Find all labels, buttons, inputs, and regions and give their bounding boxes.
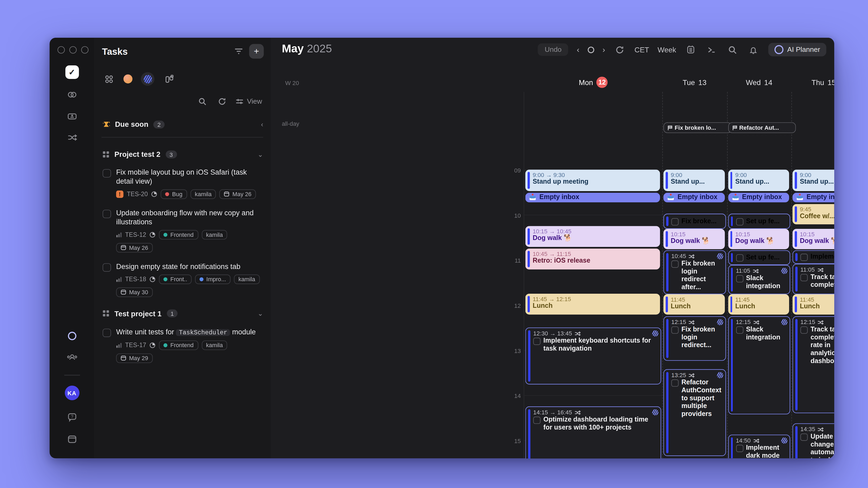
board-kanban-icon[interactable]: [163, 73, 176, 85]
event-checkbox[interactable]: [736, 218, 743, 225]
calendar-event[interactable]: 9:45Coffee w/...: [793, 204, 834, 224]
assignee-tag[interactable]: kamila: [190, 189, 216, 199]
workspace-avatar-orange[interactable]: [123, 74, 132, 84]
label-tag[interactable]: Impro...: [195, 275, 230, 284]
minimize-window-icon[interactable]: [69, 46, 77, 54]
calendar-event[interactable]: 10:45 → 11:15Retro: iOS release: [525, 248, 660, 269]
event-checkbox[interactable]: [801, 253, 808, 261]
event-checkbox[interactable]: [801, 433, 808, 441]
undo-button[interactable]: Undo: [538, 43, 568, 56]
calendar-event[interactable]: 10:15Dog walk 🐕: [663, 229, 724, 249]
assignee-tag[interactable]: kamila: [202, 230, 227, 240]
task-event[interactable]: 14:15 → 16:45Optimize dashboard loading …: [525, 406, 661, 458]
calendar-app-icon[interactable]: [65, 432, 79, 447]
task-event[interactable]: Impleme...: [793, 250, 834, 264]
event-checkbox[interactable]: [736, 275, 743, 282]
ai-planner-button[interactable]: AI Planner: [768, 43, 826, 56]
chevron-down-icon[interactable]: ⌄: [257, 310, 263, 317]
integrations-link-icon[interactable]: [65, 87, 79, 102]
add-task-button[interactable]: +: [249, 44, 264, 59]
chevron-down-icon[interactable]: ⌄: [257, 150, 263, 158]
zoom-window-icon[interactable]: [81, 46, 89, 54]
allday-event[interactable]: Fix broken lo...: [663, 122, 732, 133]
task-row[interactable]: Update onboarding flow with new copy and…: [94, 209, 271, 252]
task-checkbox[interactable]: [102, 329, 111, 337]
team-people-icon[interactable]: [65, 350, 79, 365]
event-checkbox[interactable]: [736, 326, 743, 334]
calendar-event[interactable]: 10:15 → 10:45Dog walk 🐕: [525, 226, 660, 247]
task-row[interactable]: Write unit tests for TaskScheduler modul…: [94, 328, 271, 363]
calendar-event[interactable]: 9:00Stand up...: [663, 170, 724, 191]
task-event[interactable]: 11:05Slack integration: [728, 265, 790, 294]
calendar-event[interactable]: Empty inbox: [728, 193, 789, 202]
filter-icon[interactable]: [232, 45, 245, 58]
prev-week-icon[interactable]: ‹: [577, 45, 579, 54]
status-ring-icon[interactable]: [65, 329, 79, 343]
timezone-label[interactable]: CET: [634, 45, 649, 54]
task-event[interactable]: 14:35Update changelog automation to incl…: [793, 423, 834, 458]
calendar-event[interactable]: 10:15Dog walk 🐕: [793, 229, 834, 249]
search-icon[interactable]: [196, 95, 209, 108]
event-checkbox[interactable]: [671, 218, 679, 225]
chevron-left-icon[interactable]: ‹: [261, 120, 263, 128]
view-selector[interactable]: Week: [657, 45, 676, 54]
calendar-event[interactable]: 10:15Dog walk 🐕: [728, 229, 789, 249]
agenda-icon[interactable]: [685, 43, 697, 56]
task-event[interactable]: 12:15Slack integration: [728, 316, 790, 415]
help-icon[interactable]: ?: [65, 410, 79, 425]
today-circle-icon[interactable]: [587, 46, 595, 54]
due-date-tag[interactable]: May 26: [219, 189, 256, 199]
section-header[interactable]: Project test 23⌄: [94, 150, 271, 158]
calendar-event[interactable]: 9:00 → 9:30Stand up meeting: [525, 170, 660, 191]
calendar-event[interactable]: 11:45 → 12:15Lunch: [525, 294, 660, 314]
refresh-icon[interactable]: [614, 43, 626, 56]
event-checkbox[interactable]: [801, 326, 808, 334]
section-header[interactable]: Test project 11⌄: [94, 309, 271, 318]
search-icon[interactable]: [726, 43, 739, 56]
task-row[interactable]: Fix mobile layout bug on iOS Safari (tas…: [94, 168, 271, 199]
section-header[interactable]: Due soon2‹: [94, 120, 271, 129]
task-event[interactable]: 12:15Fix broken login redirect...: [663, 316, 725, 361]
task-checkbox[interactable]: [102, 210, 111, 218]
calendar-event[interactable]: 9:00Stand up...: [793, 170, 834, 191]
due-date-tag[interactable]: May 26: [116, 243, 153, 252]
calendar-event[interactable]: 11:45Lunch: [793, 294, 834, 314]
due-date-tag[interactable]: May 30: [116, 287, 153, 297]
task-event[interactable]: 14:50Implement dark mode toggle in user …: [728, 434, 790, 458]
label-tag[interactable]: Frontend: [159, 230, 198, 240]
shuffle-icon[interactable]: [65, 130, 79, 145]
day-header-tue[interactable]: Tue13: [662, 76, 727, 89]
task-event[interactable]: 11:05Track task completi...: [793, 264, 834, 295]
calendar-event[interactable]: Empty inbox: [793, 193, 834, 202]
calendar-event[interactable]: 11:45Lunch: [728, 294, 789, 314]
event-checkbox[interactable]: [533, 338, 540, 345]
calendar-event[interactable]: Empty inbox: [663, 193, 724, 202]
calendar-event[interactable]: Empty inbox: [525, 193, 660, 202]
calendar-event[interactable]: 9:00Stand up...: [728, 170, 789, 191]
assignee-tag[interactable]: kamila: [202, 340, 227, 350]
label-tag[interactable]: Front..: [159, 275, 192, 284]
day-header-wed[interactable]: Wed14: [727, 76, 792, 89]
close-window-icon[interactable]: [57, 46, 65, 54]
event-checkbox[interactable]: [801, 274, 808, 281]
task-event[interactable]: 13:25Refactor AuthContext to support mul…: [663, 369, 725, 456]
allday-event[interactable]: Refactor Aut...: [728, 122, 796, 133]
task-row[interactable]: Design empty state for notifications tab…: [94, 262, 271, 297]
label-tag[interactable]: Frontend: [159, 340, 198, 350]
task-event[interactable]: Set up fe...: [728, 214, 790, 229]
event-checkbox[interactable]: [671, 326, 679, 334]
next-week-icon[interactable]: ›: [602, 45, 605, 54]
view-button[interactable]: View: [236, 97, 262, 105]
assignee-tag[interactable]: kamila: [234, 275, 260, 284]
window-controls[interactable]: [57, 46, 89, 54]
due-date-tag[interactable]: May 29: [116, 353, 153, 363]
task-checkbox[interactable]: [102, 263, 111, 272]
task-event[interactable]: 12:30 → 13:45Implement keyboard shortcut…: [525, 328, 661, 384]
task-event[interactable]: 12:15Track task completion rate in analy…: [793, 316, 834, 413]
terminal-icon[interactable]: [705, 43, 718, 56]
day-header-mon[interactable]: Mon12: [524, 76, 662, 89]
tasks-app-icon[interactable]: ✓: [65, 65, 79, 80]
event-checkbox[interactable]: [533, 417, 540, 424]
workspace-linear-logo[interactable]: [141, 72, 154, 86]
sync-icon[interactable]: [216, 95, 228, 108]
